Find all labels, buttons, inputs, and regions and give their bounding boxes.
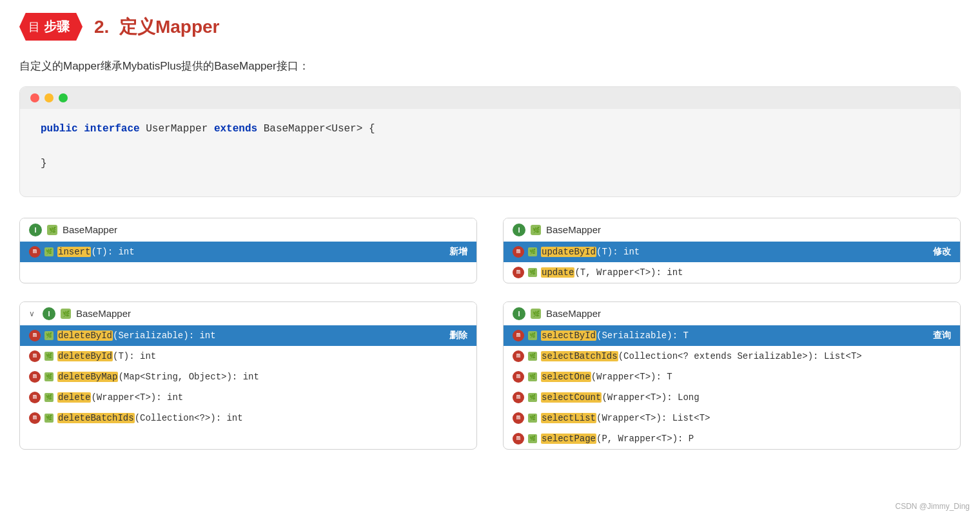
row-leaf-icon: 🌿	[528, 352, 537, 361]
page-header: 目 步骤 2. 定义Mapper	[19, 13, 961, 41]
step-title: 2. 定义Mapper	[94, 15, 220, 39]
select-row-6: m 🌿 selectPage(P, Wrapper<T>): P	[504, 428, 960, 449]
step-badge: 目 步骤	[19, 13, 83, 41]
row-leaf-icon: 🌿	[44, 352, 54, 361]
deletebyid-row-text: deleteById(Serializable): int	[57, 330, 446, 341]
delete-active-row: m 🌿 deleteById(Serializable): int 删除	[20, 325, 476, 346]
code-line-1: public interface UserMapper extends Base…	[41, 120, 939, 138]
panel-i-icon: I	[43, 307, 55, 320]
step-badge-text: 步骤	[44, 18, 70, 35]
delete-row-2: m 🌿 deleteById(T): int	[20, 346, 476, 367]
row-leaf-icon: 🌿	[528, 247, 537, 256]
select-active-row: m 🌿 selectById(Serializable): T 查询	[504, 325, 960, 346]
delete-row-3: m 🌿 deleteByMap(Map<String, Object>): in…	[20, 367, 476, 387]
code-content: public interface UserMapper extends Base…	[20, 109, 960, 185]
update-row-2-text: update(T, Wrapper<T>): int	[541, 267, 951, 278]
select-row-2: m 🌿 selectBatchIds(Collection<? extends …	[504, 346, 960, 367]
panel-i-icon: I	[29, 224, 42, 236]
panel-leaf-icon: 🌿	[47, 225, 57, 235]
row-m-icon: m	[513, 246, 524, 258]
insert-row-text: insert(T): int	[57, 247, 446, 257]
select-row-6-text: selectPage(P, Wrapper<T>): P	[541, 434, 951, 444]
delete-row-3-text: deleteByMap(Map<String, Object>): int	[57, 372, 467, 382]
panel-leaf-icon: 🌿	[61, 309, 71, 319]
panel-i-icon: I	[513, 307, 525, 320]
update-panel-header: I 🌿 BaseMapper	[504, 218, 960, 242]
row-m-icon: m	[513, 412, 524, 424]
row-leaf-icon: 🌿	[528, 414, 537, 423]
select-row-3-text: selectOne(Wrapper<T>): T	[541, 372, 951, 382]
select-panel: I 🌿 BaseMapper m 🌿 selectById(Serializab…	[503, 301, 961, 450]
row-leaf-icon: 🌿	[528, 268, 537, 277]
row-m-icon: m	[29, 412, 41, 424]
update-row-2: m 🌿 update(T, Wrapper<T>): int	[504, 262, 960, 283]
row-m-icon: m	[29, 350, 41, 362]
code-titlebar	[20, 87, 960, 109]
row-leaf-icon: 🌿	[44, 393, 54, 402]
row-m-icon: m	[29, 392, 41, 403]
select-row-5: m 🌿 selectList(Wrapper<T>): List<T>	[504, 408, 960, 428]
panel-leaf-icon: 🌿	[531, 309, 541, 319]
code-block: public interface UserMapper extends Base…	[19, 86, 961, 197]
dot-red	[30, 93, 39, 102]
delete-panel-title: BaseMapper	[76, 308, 131, 319]
select-panel-header: I 🌿 BaseMapper	[504, 302, 960, 325]
row-m-icon: m	[513, 433, 524, 444]
select-badge: 查询	[933, 330, 951, 341]
update-active-row: m 🌿 updateById(T): int 修改	[504, 242, 960, 262]
insert-panel: I 🌿 BaseMapper m 🌿 insert(T): int 新增	[19, 218, 477, 283]
row-leaf-icon: 🌿	[528, 331, 537, 340]
row-leaf-icon: 🌿	[44, 247, 54, 256]
row-leaf-icon: 🌿	[44, 372, 54, 381]
row-m-icon: m	[513, 371, 524, 383]
update-panel: I 🌿 BaseMapper m 🌿 updateById(T): int 修改…	[503, 218, 961, 283]
delete-row-5-text: deleteBatchIds(Collection<?>): int	[57, 413, 467, 423]
insert-badge: 新增	[449, 246, 467, 258]
dot-green	[59, 93, 68, 102]
delete-badge: 删除	[449, 330, 467, 341]
select-panel-title: BaseMapper	[546, 308, 601, 319]
code-line-2: }	[41, 155, 939, 173]
insert-active-row: m 🌿 insert(T): int 新增	[20, 242, 476, 262]
step-badge-icon: 目	[28, 19, 40, 35]
delete-row-4-text: delete(Wrapper<T>): int	[57, 392, 467, 403]
select-row-3: m 🌿 selectOne(Wrapper<T>): T	[504, 367, 960, 387]
row-leaf-icon: 🌿	[528, 372, 537, 381]
row-m-icon: m	[29, 330, 41, 341]
chevron-icon: ∨	[29, 309, 35, 318]
delete-panel-header: ∨ I 🌿 BaseMapper	[20, 302, 476, 325]
row-leaf-icon: 🌿	[528, 434, 537, 443]
select-row-4: m 🌿 selectCount(Wrapper<T>): Long	[504, 387, 960, 408]
dot-yellow	[44, 93, 54, 102]
updatebyid-row-text: updateById(T): int	[541, 247, 929, 257]
description-text: 自定义的Mapper继承MybatisPlus提供的BaseMapper接口：	[19, 59, 961, 73]
delete-row-5: m 🌿 deleteBatchIds(Collection<?>): int	[20, 408, 476, 428]
panels-grid: I 🌿 BaseMapper m 🌿 insert(T): int 新增 I 🌿…	[19, 218, 961, 450]
row-m-icon: m	[513, 267, 524, 278]
row-m-icon: m	[513, 392, 524, 403]
insert-panel-title: BaseMapper	[63, 224, 117, 235]
panel-leaf-icon: 🌿	[531, 225, 541, 235]
delete-row-4: m 🌿 delete(Wrapper<T>): int	[20, 387, 476, 408]
update-panel-title: BaseMapper	[546, 224, 601, 235]
update-badge: 修改	[933, 246, 951, 258]
row-m-icon: m	[29, 246, 41, 258]
select-row-5-text: selectList(Wrapper<T>): List<T>	[541, 413, 951, 423]
row-m-icon: m	[513, 330, 524, 341]
panel-i-icon: I	[513, 224, 525, 236]
delete-row-2-text: deleteById(T): int	[57, 351, 467, 361]
select-row-4-text: selectCount(Wrapper<T>): Long	[541, 392, 951, 403]
selectbyid-row-text: selectById(Serializable): T	[541, 330, 929, 341]
row-m-icon: m	[513, 350, 524, 362]
insert-panel-header: I 🌿 BaseMapper	[20, 218, 476, 242]
row-leaf-icon: 🌿	[528, 393, 537, 402]
delete-panel: ∨ I 🌿 BaseMapper m 🌿 deleteById(Serializ…	[19, 301, 477, 450]
row-leaf-icon: 🌿	[44, 414, 54, 423]
select-row-2-text: selectBatchIds(Collection<? extends Seri…	[541, 351, 951, 361]
row-m-icon: m	[29, 371, 41, 383]
row-leaf-icon: 🌿	[44, 331, 54, 340]
